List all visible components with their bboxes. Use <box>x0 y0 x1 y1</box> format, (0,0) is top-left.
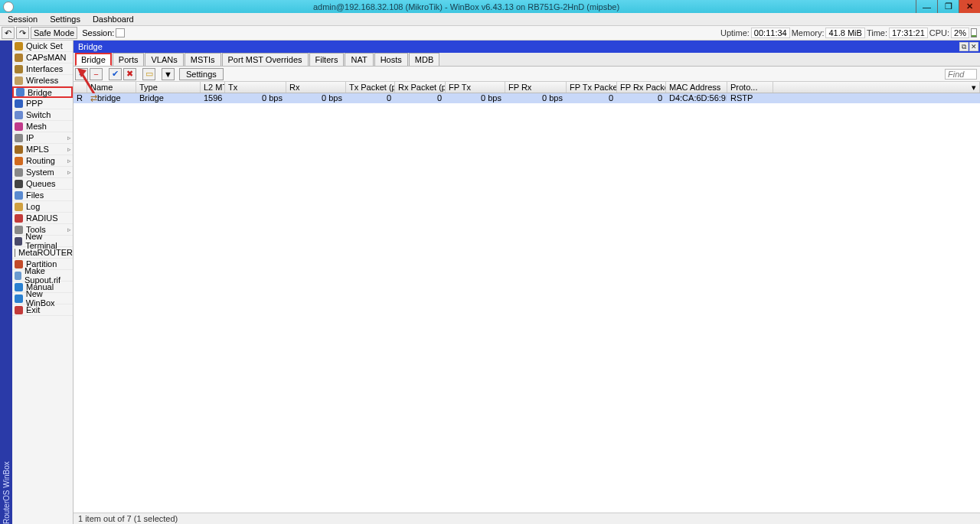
sidebar-item-interfaces[interactable]: Interfaces <box>12 63 73 75</box>
sidebar-item-system[interactable]: System▹ <box>12 167 73 178</box>
menu-session[interactable]: Session <box>2 14 44 24</box>
uptime-value: 00:11:34 <box>751 28 790 38</box>
tab-hosts[interactable]: Hosts <box>374 53 408 66</box>
column-fprxpacket[interactable]: FP Rx Packet ... <box>617 82 666 93</box>
sidebar-icon <box>16 88 24 96</box>
menu-dashboard[interactable]: Dashboard <box>87 14 140 24</box>
sidebar-item-make-supout-rif[interactable]: Make Supout.rif <box>12 270 73 282</box>
sidebar-label: Routing <box>26 156 55 165</box>
tab-filters[interactable]: Filters <box>309 53 345 66</box>
sidebar-icon <box>15 99 23 108</box>
tab-mstis[interactable]: MSTIs <box>185 53 221 66</box>
find-input[interactable] <box>945 69 977 80</box>
sidebar-item-mesh[interactable]: Mesh <box>12 121 73 132</box>
sidebar-icon <box>15 157 23 165</box>
column-type[interactable]: Type <box>136 82 201 93</box>
sidebar-item-new-terminal[interactable]: New Terminal <box>12 236 73 247</box>
cell-tx: 0 bps <box>225 93 286 103</box>
sidebar-item-new-winbox[interactable]: New WinBox <box>12 293 73 304</box>
column-l2mtu[interactable]: L2 MT... <box>201 82 225 93</box>
sidebar-icon <box>15 42 23 50</box>
sidebar-item-routing[interactable]: Routing▹ <box>12 155 73 167</box>
filter-button[interactable]: ▼ <box>162 68 175 80</box>
sidebar-item-capsman[interactable]: CAPsMAN <box>12 52 73 63</box>
panel-dock-button[interactable]: ⧉ <box>959 42 969 51</box>
undo-button[interactable]: ↶ <box>2 27 15 39</box>
maximize-button[interactable]: ❐ <box>937 0 959 13</box>
sidebar-item-wireless[interactable]: Wireless <box>12 75 73 86</box>
cell-fprx: 0 bps <box>505 93 567 103</box>
column-fprx[interactable]: FP Rx <box>505 82 567 93</box>
cell-proto: RSTP <box>727 93 773 103</box>
sidebar-label: MPLS <box>26 145 49 154</box>
settings-button[interactable]: Settings <box>179 68 224 80</box>
sidebar-item-files[interactable]: Files <box>12 190 73 201</box>
comment-button[interactable]: ▭ <box>142 68 155 80</box>
sidebar-item-ip[interactable]: IP▹ <box>12 132 73 144</box>
column-more[interactable]: ▾ <box>773 82 980 93</box>
sidebar-label: Bridge <box>28 88 52 97</box>
sidebar-item-queues[interactable]: Queues <box>12 178 73 190</box>
minimize-button[interactable]: — <box>916 0 937 13</box>
sidebar-item-mpls[interactable]: MPLS▹ <box>12 144 73 155</box>
sidebar-item-switch[interactable]: Switch <box>12 109 73 121</box>
sidebar-icon <box>15 134 23 142</box>
session-label: Session: <box>82 28 114 37</box>
tab-vlans[interactable]: VLANs <box>145 53 183 66</box>
sidebar-label: Queues <box>26 179 56 188</box>
sidebar-item-bridge[interactable]: Bridge <box>12 86 73 98</box>
tab-bridge[interactable]: Bridge <box>75 53 112 66</box>
sidebar-label: Mesh <box>26 122 47 131</box>
column-tx[interactable]: Tx <box>225 82 286 93</box>
sidebar-icon <box>15 226 23 234</box>
cpu-value: 2% <box>951 28 969 38</box>
grid-body[interactable]: R ⇄bridge Bridge 1596 0 bps 0 bps 0 0 0 … <box>74 93 980 513</box>
cell-rx: 0 bps <box>286 93 346 103</box>
column-mac[interactable]: MAC Address <box>666 82 727 93</box>
sidebar-item-ppp[interactable]: PPP <box>12 98 73 109</box>
tab-nat[interactable]: NAT <box>345 53 373 66</box>
sidebar-icon <box>15 111 23 119</box>
app-icon <box>3 2 14 12</box>
sidebar-item-metarouter[interactable]: MetaROUTER <box>12 247 73 259</box>
panel-close-button[interactable]: ✕ <box>969 42 978 51</box>
sidebar-label: IP <box>26 133 34 142</box>
redo-button[interactable]: ↷ <box>16 27 29 39</box>
safemode-button[interactable]: Safe Mode <box>31 27 77 39</box>
column-txpacket[interactable]: Tx Packet (p/s) <box>346 82 395 93</box>
sidebar-item-log[interactable]: Log <box>12 201 73 213</box>
main-toolbar: ↶ ↷ Safe Mode Session: Uptime: 00:11:34 … <box>0 26 980 41</box>
column-protocol[interactable]: Proto... <box>727 82 773 93</box>
title-bar: admin@192.168.32.108 (MikroTik) - WinBox… <box>0 0 980 13</box>
remove-button[interactable]: − <box>90 68 103 80</box>
sidebar-item-quick-set[interactable]: Quick Set <box>12 41 73 52</box>
close-button[interactable]: ✕ <box>959 0 980 13</box>
column-fptxpacket[interactable]: FP Tx Packet (... <box>567 82 617 93</box>
menu-settings[interactable]: Settings <box>44 14 87 24</box>
sidebar-icon <box>15 214 23 223</box>
sidebar-icon <box>15 145 23 154</box>
enable-button[interactable]: ✔ <box>109 68 122 80</box>
tab-port-mst-overrides[interactable]: Port MST Overrides <box>222 53 309 66</box>
column-flag[interactable] <box>74 82 87 93</box>
sidebar-icon <box>15 180 23 188</box>
sidebar-icon <box>15 54 23 62</box>
add-button[interactable]: + <box>75 68 88 80</box>
tab-ports[interactable]: Ports <box>113 53 145 66</box>
vertical-brand-strip: RouterOS WinBox <box>0 41 12 524</box>
column-rx[interactable]: Rx <box>286 82 346 93</box>
sidebar-icon <box>15 306 23 314</box>
submenu-icon: ▹ <box>67 134 73 142</box>
column-name[interactable]: Name <box>87 82 136 93</box>
panel-bridge: Bridge ⧉ ✕ BridgePortsVLANsMSTIsPort MST… <box>74 41 980 524</box>
tab-mdb[interactable]: MDB <box>409 53 439 66</box>
sidebar-icon <box>15 76 23 85</box>
sidebar-icon <box>15 122 23 131</box>
session-box[interactable] <box>116 28 125 37</box>
disable-button[interactable]: ✖ <box>123 68 136 80</box>
table-row[interactable]: R ⇄bridge Bridge 1596 0 bps 0 bps 0 0 0 … <box>74 93 980 103</box>
column-fptx[interactable]: FP Tx <box>446 82 505 93</box>
submenu-icon: ▹ <box>67 145 73 153</box>
column-rxpacket[interactable]: Rx Packet (p/s) <box>395 82 446 93</box>
sidebar-item-radius[interactable]: RADIUS <box>12 213 73 224</box>
